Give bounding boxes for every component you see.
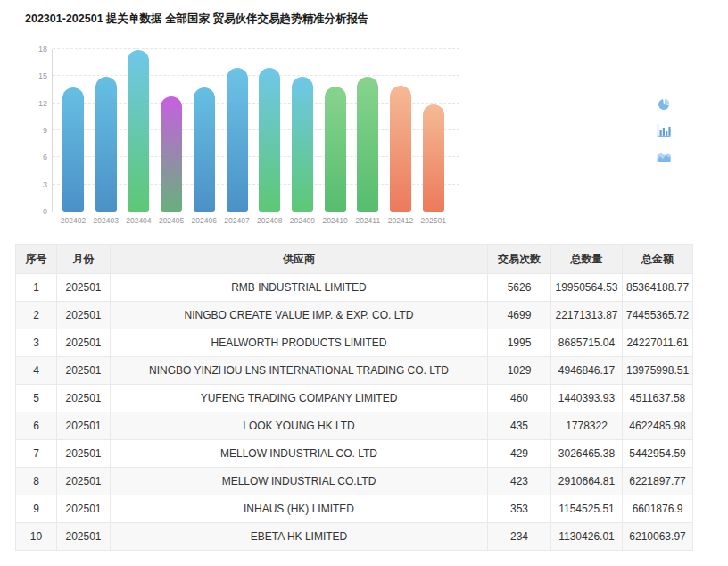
x-axis-label: 202409 bbox=[290, 216, 315, 225]
table-cell: NINGBO YINZHOU LNS INTERNATIONAL TRADING… bbox=[111, 357, 488, 385]
bar-202501[interactable] bbox=[423, 104, 444, 212]
bar-202410[interactable] bbox=[325, 87, 346, 212]
table-row: 8202501MELLOW INDUSTRIAL CO.LTD423291066… bbox=[16, 468, 693, 495]
x-axis-label: 202402 bbox=[61, 216, 86, 225]
table-cell: 4622485.98 bbox=[623, 412, 693, 440]
bar-202403[interactable] bbox=[95, 77, 117, 212]
bar-chart-button[interactable] bbox=[656, 122, 672, 138]
bar-chart-icon bbox=[656, 122, 672, 138]
table-cell: 234 bbox=[488, 523, 551, 551]
table-cell: 74455365.72 bbox=[623, 302, 693, 329]
bar-202408[interactable] bbox=[259, 68, 280, 212]
table-cell: 3026465.38 bbox=[551, 440, 623, 468]
table-cell: YUFENG TRADING COMPANY LIMITED bbox=[111, 385, 488, 412]
table-cell: 13975998.51 bbox=[623, 357, 693, 385]
column-header: 总金额 bbox=[623, 245, 693, 274]
table-header-row: 序号月份供应商交易次数总数量总金额 bbox=[16, 245, 693, 274]
table-cell: 202501 bbox=[57, 495, 111, 523]
table-cell: 6601876.9 bbox=[623, 495, 693, 523]
bar-202402[interactable] bbox=[62, 87, 84, 212]
x-axis-label: 202408 bbox=[257, 216, 282, 225]
table-row: 4202501NINGBO YINZHOU LNS INTERNATIONAL … bbox=[16, 357, 693, 385]
page-title: 202301-202501 提关单数据 全部国家 贸易伙伴交易趋势精准分析报告 bbox=[0, 0, 728, 26]
table-cell: 8685715.04 bbox=[551, 329, 623, 357]
x-axis-label: 202501 bbox=[421, 216, 446, 225]
table-cell: INHAUS (HK) LIMITED bbox=[111, 495, 488, 523]
table-cell: 10 bbox=[16, 523, 57, 551]
table-cell: MELLOW INDUSTRIAL CO. LTD bbox=[111, 440, 488, 468]
table-cell: 202501 bbox=[57, 440, 111, 468]
column-header: 供应商 bbox=[111, 245, 488, 274]
column-header: 序号 bbox=[16, 245, 57, 274]
table-row: 3202501HEALWORTH PRODUCTS LIMITED1995868… bbox=[16, 329, 693, 357]
y-axis-tick: 0 bbox=[43, 207, 47, 216]
table-cell: 202501 bbox=[57, 329, 111, 357]
table-cell: 1995 bbox=[488, 329, 551, 357]
y-axis-tick: 15 bbox=[38, 71, 47, 80]
x-axis-label: 202411 bbox=[355, 216, 380, 225]
table-cell: 4 bbox=[16, 357, 57, 385]
table-cell: LOOK YOUNG HK LTD bbox=[111, 412, 488, 440]
pie-chart-icon bbox=[657, 97, 671, 112]
table-cell: 1 bbox=[16, 274, 57, 302]
x-axis-label: 202403 bbox=[94, 216, 119, 225]
table-cell: 5442954.59 bbox=[623, 440, 693, 468]
table-cell: 202501 bbox=[57, 357, 111, 385]
y-axis-tick: 3 bbox=[43, 180, 47, 189]
table-row: 10202501EBETA HK LIMITED2341130426.01621… bbox=[16, 523, 693, 551]
table-cell: 1778322 bbox=[551, 412, 623, 440]
chart-plot-area: 2024022024032024042024052024062024072024… bbox=[52, 49, 459, 212]
x-axis-label: 202404 bbox=[126, 216, 151, 225]
column-header: 总数量 bbox=[551, 245, 623, 274]
bar-202406[interactable] bbox=[194, 87, 215, 212]
area-chart-icon bbox=[656, 150, 672, 163]
table-cell: HEALWORTH PRODUCTS LIMITED bbox=[111, 329, 488, 357]
table-cell: MELLOW INDUSTRIAL CO.LTD bbox=[111, 468, 488, 495]
bar-202404[interactable] bbox=[128, 50, 149, 212]
supplier-table: 序号月份供应商交易次数总数量总金额 1202501RMB INDUSTRIAL … bbox=[15, 244, 693, 551]
table-row: 2202501NINGBO CREATE VALUE IMP. & EXP. C… bbox=[16, 302, 693, 329]
table-cell: 5 bbox=[16, 385, 57, 412]
table-cell: 3 bbox=[16, 329, 57, 357]
bar-202411[interactable] bbox=[357, 77, 378, 212]
table-cell: 435 bbox=[488, 412, 551, 440]
y-axis-tick: 6 bbox=[43, 153, 47, 162]
table-cell: 7 bbox=[16, 440, 57, 468]
table-cell: 423 bbox=[488, 468, 551, 495]
table-cell: 6221897.77 bbox=[623, 468, 693, 495]
table-cell: 22171313.87 bbox=[551, 302, 623, 329]
table-cell: 1029 bbox=[488, 357, 551, 385]
table-cell: 4511637.58 bbox=[623, 385, 693, 412]
area-chart-button[interactable] bbox=[656, 148, 672, 164]
y-axis-tick: 12 bbox=[38, 99, 47, 108]
table-cell: 429 bbox=[488, 440, 551, 468]
table-row: 7202501MELLOW INDUSTRIAL CO. LTD42930264… bbox=[16, 440, 693, 468]
bar-202407[interactable] bbox=[227, 68, 248, 212]
table-cell: 353 bbox=[488, 495, 551, 523]
table-cell: 19950564.53 bbox=[551, 274, 623, 302]
table-cell: 2 bbox=[16, 302, 57, 329]
y-axis-tick: 9 bbox=[43, 126, 47, 135]
x-axis-label: 202410 bbox=[322, 216, 347, 225]
bar-202409[interactable] bbox=[292, 77, 313, 212]
y-axis-tick: 18 bbox=[38, 45, 47, 54]
table-cell: EBETA HK LIMITED bbox=[111, 523, 488, 551]
bar-202412[interactable] bbox=[390, 86, 411, 212]
x-axis-label: 202407 bbox=[224, 216, 249, 225]
table-cell: 202501 bbox=[57, 302, 111, 329]
table-cell: 4699 bbox=[488, 302, 551, 329]
x-axis-label: 202405 bbox=[159, 216, 184, 225]
column-header: 交易次数 bbox=[488, 245, 551, 274]
x-axis-label: 202406 bbox=[192, 216, 217, 225]
table-cell: 9 bbox=[16, 495, 57, 523]
gridline bbox=[53, 75, 459, 76]
table-cell: 6210063.97 bbox=[623, 523, 693, 551]
table-cell: 85364188.77 bbox=[623, 274, 693, 302]
bar-202405[interactable] bbox=[161, 96, 182, 212]
table-row: 9202501INHAUS (HK) LIMITED3531154525.516… bbox=[16, 495, 693, 523]
table-row: 1202501RMB INDUSTRIAL LIMITED56261995056… bbox=[16, 274, 693, 302]
pie-chart-button[interactable] bbox=[656, 96, 672, 112]
table-cell: 1154525.51 bbox=[551, 495, 623, 523]
gridline bbox=[53, 48, 459, 49]
table-cell: 202501 bbox=[57, 468, 111, 495]
